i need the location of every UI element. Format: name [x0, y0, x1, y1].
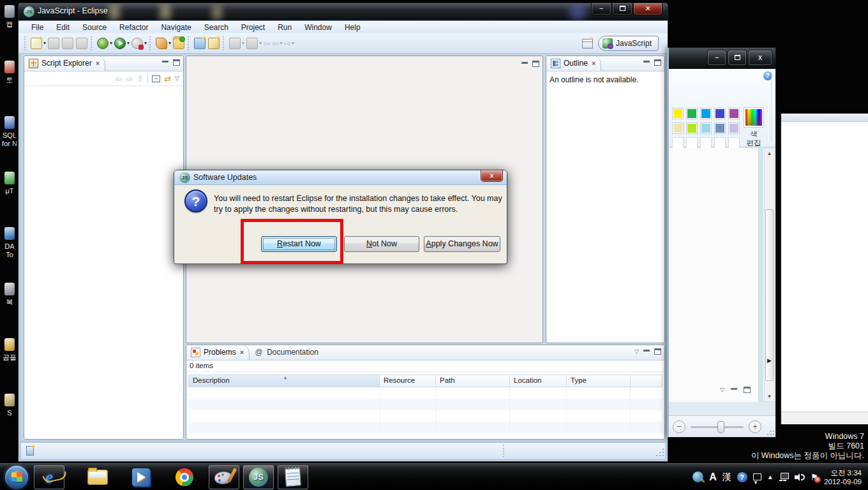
background-window[interactable] — [780, 114, 868, 424]
tab-problems[interactable]: Problems × — [186, 345, 250, 360]
minimize-view-icon[interactable] — [521, 62, 528, 64]
new-folder-icon[interactable] — [194, 38, 206, 49]
color-swatch[interactable] — [728, 108, 740, 119]
desktop-icon[interactable]: 토 — [0, 61, 19, 84]
color-swatch[interactable] — [686, 108, 698, 119]
go-into-icon[interactable] — [246, 38, 258, 49]
tab-close-icon[interactable]: × — [96, 59, 100, 67]
dropdown-arrow-icon[interactable]: ▾ — [292, 40, 294, 46]
dropdown-arrow-icon[interactable]: ▾ — [242, 40, 244, 46]
minimize-view-icon[interactable] — [643, 350, 650, 352]
dropdown-arrow-icon[interactable]: ▾ — [43, 40, 46, 46]
maximize-view-icon[interactable] — [532, 61, 539, 67]
ime-english-icon[interactable]: A — [709, 471, 717, 483]
view-menu-icon[interactable]: ▽ — [720, 387, 724, 393]
ime-language-icon[interactable] — [692, 471, 703, 482]
menu-edit[interactable]: Edit — [50, 23, 76, 32]
tab-script-explorer[interactable]: Script Explorer × — [24, 56, 105, 71]
close-button[interactable]: ✕ — [633, 3, 662, 15]
desktop-icon[interactable]: 캡 — [0, 5, 19, 29]
column-resource[interactable]: Resource — [380, 375, 436, 387]
clock[interactable]: 오전 3:34 2012-09-09 — [824, 468, 862, 486]
last-edit-location-icon[interactable] — [229, 38, 241, 49]
menu-search[interactable]: Search — [198, 23, 235, 32]
empty-color-slot[interactable] — [728, 137, 740, 149]
volume-icon[interactable] — [795, 473, 805, 482]
print-icon[interactable] — [76, 38, 87, 49]
maximize-button[interactable] — [728, 50, 747, 66]
back-disabled-icon[interactable]: ⇦ — [263, 38, 271, 48]
menu-project[interactable]: Project — [235, 23, 271, 32]
dropdown-arrow-icon[interactable]: ▾ — [110, 40, 112, 46]
close-button[interactable]: x — [748, 50, 772, 66]
color-swatch[interactable] — [714, 122, 726, 134]
save-all-icon[interactable] — [62, 38, 73, 49]
minimize-button[interactable]: − — [707, 50, 726, 66]
link-editor-icon[interactable]: ⇄ — [164, 74, 171, 84]
taskbar-eclipse-js[interactable]: JS — [243, 465, 274, 489]
paint-titlebar[interactable]: − x — [669, 48, 775, 69]
perspective-javascript-button[interactable]: JavaScript — [598, 36, 659, 51]
menu-file[interactable]: File — [25, 23, 50, 32]
open-perspective-icon[interactable] — [582, 39, 593, 48]
script-explorer-tree[interactable] — [24, 86, 183, 440]
back-icon[interactable]: ⇦ — [115, 74, 122, 84]
dialog-titlebar[interactable]: JS Software Updates x — [174, 170, 507, 185]
eclipse-titlebar[interactable]: JS JavaScript - Eclipse − ✕ — [19, 3, 668, 20]
run-icon[interactable] — [114, 38, 126, 49]
open-resource-icon[interactable] — [173, 38, 184, 49]
menu-navigate[interactable]: Navigate — [154, 23, 197, 32]
taskbar-media-player[interactable] — [128, 465, 154, 489]
tab-documentation[interactable]: @ Documentation — [250, 345, 324, 360]
dropdown-arrow-icon[interactable]: ▾ — [259, 40, 262, 46]
minimize-view-icon[interactable] — [643, 61, 650, 63]
taskbar-windows-explorer[interactable] — [85, 465, 110, 489]
network-icon[interactable] — [779, 473, 789, 481]
menu-help[interactable]: Help — [338, 23, 367, 32]
not-now-button[interactable]: Not Now — [344, 236, 419, 252]
start-button[interactable] — [5, 466, 28, 489]
column-description[interactable]: ▴Description — [188, 375, 380, 387]
scrollbar-thumb[interactable] — [765, 209, 774, 381]
desktop-icon[interactable]: S — [0, 394, 19, 417]
pane-arrow-icon[interactable]: ▶ — [767, 357, 772, 364]
menu-source[interactable]: Source — [76, 23, 113, 32]
resize-grip[interactable] — [655, 449, 664, 457]
new-wizard-icon[interactable] — [31, 38, 42, 49]
external-tools-icon[interactable] — [131, 38, 143, 49]
up-icon[interactable]: ⇧ — [137, 74, 144, 84]
dialog-close-button[interactable]: x — [481, 170, 503, 182]
menu-run[interactable]: Run — [271, 23, 298, 32]
maximize-button[interactable] — [612, 3, 632, 15]
taskbar-notepad[interactable] — [278, 465, 308, 489]
color-swatch[interactable] — [728, 122, 740, 134]
menu-refactor[interactable]: Refactor — [113, 23, 154, 32]
taskbar-chrome[interactable] — [172, 465, 197, 489]
dropdown-arrow-icon[interactable]: ▾ — [168, 40, 171, 46]
save-icon[interactable] — [48, 38, 59, 49]
back-icon[interactable]: ⇦ — [272, 38, 280, 48]
minimize-button[interactable]: − — [591, 3, 611, 15]
maximize-view-icon[interactable] — [173, 59, 180, 66]
menu-window[interactable]: Window — [298, 23, 338, 32]
taskbar-paint[interactable] — [209, 465, 239, 489]
empty-color-slot[interactable] — [700, 137, 712, 149]
maximize-view-icon[interactable] — [744, 387, 751, 393]
scroll-down-icon[interactable]: ▼ — [765, 394, 774, 399]
vertical-scrollbar[interactable]: ▲ ▼ — [764, 148, 775, 402]
color-swatch[interactable] — [714, 108, 726, 119]
ime-pad-icon[interactable] — [753, 473, 761, 480]
empty-color-slot[interactable] — [672, 137, 684, 149]
empty-color-slot[interactable] — [714, 137, 726, 149]
desktop-icon[interactable]: 곰플 — [0, 338, 19, 362]
zoom-in-button[interactable]: + — [749, 420, 761, 433]
minimize-view-icon[interactable] — [162, 61, 168, 63]
view-menu-icon[interactable]: ▽ — [175, 75, 179, 82]
desktop-icon[interactable]: SQL for N — [0, 116, 19, 148]
collapse-all-icon[interactable]: − — [152, 75, 160, 82]
resize-grip[interactable] — [767, 428, 774, 436]
minimize-view-icon[interactable] — [731, 388, 737, 390]
scroll-up-icon[interactable]: ▲ — [765, 151, 774, 156]
paint-canvas[interactable]: ▲ ▼ ▽ ▶ — [669, 148, 775, 402]
tab-outline[interactable]: Outline × — [546, 56, 601, 71]
